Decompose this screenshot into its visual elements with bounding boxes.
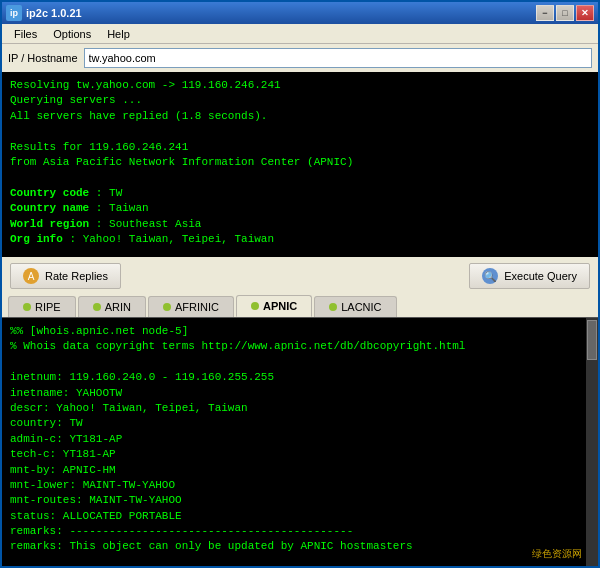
menu-help[interactable]: Help — [99, 26, 138, 42]
terminal-bottom: %% [whois.apnic.net node-5] % Whois data… — [2, 317, 598, 566]
remarks-label-1: remarks: — [10, 525, 69, 537]
app-icon: ip — [6, 5, 22, 21]
tab-lacnic[interactable]: LACNIC — [314, 296, 396, 317]
terminal-line-5: Results for 119.160.246.241 — [10, 140, 590, 155]
window-title: ip2c 1.0.21 — [26, 7, 536, 19]
scrollbar-thumb[interactable] — [587, 320, 597, 360]
tab-ripe-label: RIPE — [35, 301, 61, 313]
descr-label: descr: — [10, 402, 56, 414]
whois-line-4: inetnum: 119.160.240.0 - 119.160.255.255 — [10, 370, 590, 385]
mnt-by-label: mnt-by: — [10, 464, 63, 476]
remarks-value-2: This object can only be updated by APNIC… — [69, 540, 412, 552]
whois-line-15: remarks: This object can only be updated… — [10, 539, 590, 554]
descr-value: Yahoo! Taiwan, Teipei, Taiwan — [56, 402, 247, 414]
rate-replies-label: Rate Replies — [45, 270, 108, 282]
close-button[interactable]: ✕ — [576, 5, 594, 21]
org-info-value: Yahoo! Taiwan, Teipei, Taiwan — [83, 233, 274, 245]
world-region-value: Southeast Asia — [109, 218, 201, 230]
admin-c-label: admin-c: — [10, 433, 69, 445]
watermark: 绿色资源网 — [532, 548, 582, 562]
country-value: TW — [69, 417, 82, 429]
maximize-button[interactable]: □ — [556, 5, 574, 21]
menu-bar: Files Options Help — [2, 24, 598, 44]
rate-icon: A — [23, 268, 39, 284]
execute-icon: 🔍 — [482, 268, 498, 284]
whois-line-1: %% [whois.apnic.net node-5] — [10, 324, 590, 339]
terminal-line-10: World region : Southeast Asia — [10, 217, 590, 232]
whois-line-2: % Whois data copyright terms http://www.… — [10, 339, 590, 354]
mnt-lower-label: mnt-lower: — [10, 479, 83, 491]
inetnum-value: 119.160.240.0 - 119.160.255.255 — [69, 371, 274, 383]
tech-c-value: YT181-AP — [63, 448, 116, 460]
terminal-line-9: Country name : Taiwan — [10, 201, 590, 216]
title-buttons: − □ ✕ — [536, 5, 594, 21]
menu-files[interactable]: Files — [6, 26, 45, 42]
minimize-button[interactable]: − — [536, 5, 554, 21]
title-bar: ip ip2c 1.0.21 − □ ✕ — [2, 2, 598, 24]
terminal-line-8: Country code : TW — [10, 186, 590, 201]
tab-dot-apnic — [251, 302, 259, 310]
remarks-label-2: remarks: — [10, 540, 69, 552]
country-code-value: TW — [109, 187, 122, 199]
menu-options[interactable]: Options — [45, 26, 99, 42]
inetnum-label: inetnum: — [10, 371, 69, 383]
tab-dot-lacnic — [329, 303, 337, 311]
mnt-by-value: APNIC-HM — [63, 464, 116, 476]
terminal-line-11: Org info : Yahoo! Taiwan, Teipei, Taiwan — [10, 232, 590, 247]
status-value: ALLOCATED PORTABLE — [63, 510, 182, 522]
whois-line-8: admin-c: YT181-AP — [10, 432, 590, 447]
whois-line-14: remarks: -------------------------------… — [10, 524, 590, 539]
ip-label: IP / Hostname — [8, 52, 78, 64]
tab-apnic-label: APNIC — [263, 300, 297, 312]
terminal-line-4 — [10, 124, 590, 139]
tab-afrinic[interactable]: AFRINIC — [148, 296, 234, 317]
tab-apnic[interactable]: APNIC — [236, 295, 312, 317]
whois-line-12: mnt-routes: MAINT-TW-YAHOO — [10, 493, 590, 508]
terminal-line-3: All servers have replied (1.8 seconds). — [10, 109, 590, 124]
tech-c-label: tech-c: — [10, 448, 63, 460]
scrollbar[interactable] — [586, 318, 598, 566]
rate-replies-button[interactable]: A Rate Replies — [10, 263, 121, 289]
execute-query-button[interactable]: 🔍 Execute Query — [469, 263, 590, 289]
whois-line-5: inetname: YAHOOTW — [10, 386, 590, 401]
terminal-top: Resolving tw.yahoo.com -> 119.160.246.24… — [2, 72, 598, 257]
tab-afrinic-label: AFRINIC — [175, 301, 219, 313]
mnt-routes-value: MAINT-TW-YAHOO — [89, 494, 181, 506]
ip-input[interactable] — [84, 48, 593, 68]
whois-line-13: status: ALLOCATED PORTABLE — [10, 509, 590, 524]
remarks-value-1: ----------------------------------------… — [69, 525, 353, 537]
country-name-value: Taiwan — [109, 202, 149, 214]
terminal-line-2: Querying servers ... — [10, 93, 590, 108]
ip-hostname-row: IP / Hostname — [2, 44, 598, 72]
mnt-routes-label: mnt-routes: — [10, 494, 89, 506]
tab-dot-arin — [93, 303, 101, 311]
execute-query-label: Execute Query — [504, 270, 577, 282]
country-name-label: Country name — [10, 202, 89, 214]
terminal-line-1: Resolving tw.yahoo.com -> 119.160.246.24… — [10, 78, 590, 93]
tab-lacnic-label: LACNIC — [341, 301, 381, 313]
buttons-row: A Rate Replies 🔍 Execute Query — [2, 257, 598, 295]
terminal-line-6: from Asia Pacific Network Information Ce… — [10, 155, 590, 170]
tab-arin[interactable]: ARIN — [78, 296, 146, 317]
terminal-line-7 — [10, 170, 590, 185]
inetname-label: inetname: — [10, 387, 76, 399]
world-region-label: World region — [10, 218, 89, 230]
mnt-lower-value: MAINT-TW-YAHOO — [83, 479, 175, 491]
tab-dot-ripe — [23, 303, 31, 311]
country-label: country: — [10, 417, 69, 429]
whois-line-9: tech-c: YT181-AP — [10, 447, 590, 462]
whois-line-10: mnt-by: APNIC-HM — [10, 463, 590, 478]
org-info-label: Org info — [10, 233, 63, 245]
whois-line-11: mnt-lower: MAINT-TW-YAHOO — [10, 478, 590, 493]
whois-line-7: country: TW — [10, 416, 590, 431]
country-code-label: Country code — [10, 187, 89, 199]
tabs-row: RIPE ARIN AFRINIC APNIC LACNIC — [2, 295, 598, 317]
inetname-value: YAHOOTW — [76, 387, 122, 399]
tab-arin-label: ARIN — [105, 301, 131, 313]
tab-dot-afrinic — [163, 303, 171, 311]
status-label: status: — [10, 510, 63, 522]
whois-line-3 — [10, 355, 590, 370]
admin-c-value: YT181-AP — [69, 433, 122, 445]
main-window: ip ip2c 1.0.21 − □ ✕ Files Options Help … — [0, 0, 600, 568]
tab-ripe[interactable]: RIPE — [8, 296, 76, 317]
